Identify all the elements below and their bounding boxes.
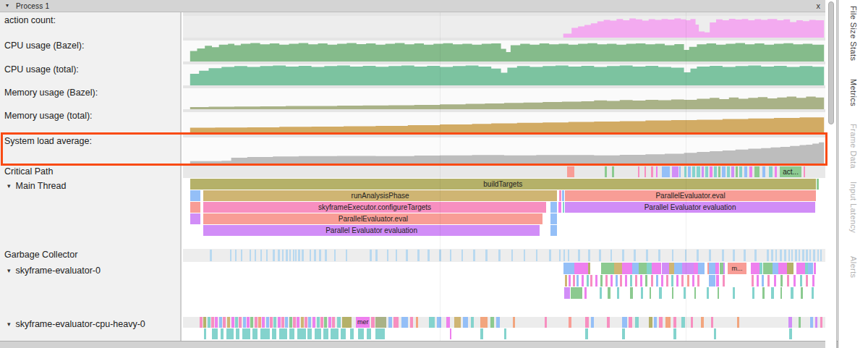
trace-event-tick[interactable] bbox=[665, 317, 671, 328]
trace-event-tick[interactable] bbox=[255, 317, 258, 328]
trace-event-tick[interactable] bbox=[616, 275, 618, 287]
trace-event-tick[interactable] bbox=[673, 328, 676, 339]
trace-event-tick[interactable] bbox=[727, 166, 730, 177]
trace-event-tick[interactable] bbox=[812, 287, 814, 299]
trace-event-tick[interactable] bbox=[674, 263, 682, 274]
tab-frame-data[interactable]: Frame Data bbox=[849, 124, 858, 169]
trace-event-tick[interactable] bbox=[788, 317, 791, 328]
tab-alerts[interactable]: Alerts bbox=[849, 256, 858, 279]
trace-event-tick[interactable] bbox=[780, 250, 782, 261]
horizontal-scrollbar[interactable] bbox=[0, 341, 838, 348]
trace-event-tick[interactable] bbox=[247, 317, 250, 328]
trace-event-tick[interactable] bbox=[705, 166, 708, 177]
trace-event-tick[interactable] bbox=[536, 250, 538, 261]
trace-event-tick[interactable] bbox=[266, 250, 268, 261]
trace-event-tick[interactable] bbox=[297, 328, 306, 339]
trace-event-tick[interactable] bbox=[320, 317, 323, 328]
trace-event-tick[interactable] bbox=[661, 275, 663, 287]
trace-event-tick[interactable] bbox=[563, 263, 574, 274]
trace-event-tick[interactable] bbox=[718, 166, 721, 177]
trace-event-tick[interactable] bbox=[681, 275, 684, 287]
trace-event-tick[interactable] bbox=[691, 317, 694, 328]
trace-event-tick[interactable] bbox=[694, 287, 697, 299]
trace-event-tick[interactable] bbox=[310, 250, 312, 261]
trace-event-tick[interactable] bbox=[817, 250, 820, 261]
trace-event-tick[interactable] bbox=[630, 275, 632, 287]
trace-event-tick[interactable] bbox=[585, 328, 588, 339]
trace-event-tick[interactable] bbox=[429, 317, 435, 328]
trace-event-tick[interactable] bbox=[733, 287, 735, 299]
trace-event-tick[interactable] bbox=[410, 317, 413, 328]
trace-event-tick[interactable] bbox=[771, 250, 773, 261]
trace-event-tick[interactable] bbox=[672, 250, 674, 261]
trace-event-tick[interactable] bbox=[230, 250, 232, 261]
trace-event-tick[interactable] bbox=[450, 250, 452, 261]
trace-event-tick[interactable] bbox=[341, 328, 346, 339]
trace-event-tick[interactable] bbox=[801, 287, 803, 299]
trace-event-tick[interactable] bbox=[591, 317, 594, 328]
trace-event-tick[interactable] bbox=[289, 328, 294, 339]
trace-event-tick[interactable] bbox=[450, 328, 452, 339]
trace-event-tick[interactable] bbox=[629, 317, 631, 328]
trace-event-tick[interactable] bbox=[658, 250, 660, 261]
trace-event-tick[interactable] bbox=[752, 287, 755, 299]
trace-event-tick[interactable] bbox=[817, 179, 819, 190]
trace-event-tick[interactable] bbox=[204, 328, 206, 339]
trace-event-tick[interactable] bbox=[622, 263, 631, 274]
trace-event-tick[interactable] bbox=[773, 263, 778, 274]
trace-event-tick[interactable] bbox=[671, 275, 673, 287]
tab-file-size-stats[interactable]: File Size Stats bbox=[849, 6, 858, 61]
trace-event-tick[interactable] bbox=[324, 317, 327, 328]
counter-row-cpu-usage-total[interactable] bbox=[183, 61, 825, 85]
trace-event-tick[interactable] bbox=[645, 275, 647, 287]
trace-event-tick[interactable] bbox=[656, 166, 658, 177]
trace-event-tick[interactable] bbox=[736, 166, 739, 177]
flame-slice[interactable]: ParallelEvaluator.eval bbox=[565, 190, 815, 201]
trace-event-tick[interactable] bbox=[235, 250, 237, 261]
trace-event-tick[interactable] bbox=[607, 317, 610, 328]
trace-event-tick[interactable] bbox=[236, 328, 239, 339]
trace-event-tick[interactable] bbox=[569, 317, 571, 328]
trace-event-tick[interactable] bbox=[669, 263, 674, 274]
trace-event-tick[interactable] bbox=[387, 250, 389, 261]
trace-event-tick[interactable] bbox=[388, 317, 391, 328]
trace-event-tick[interactable] bbox=[605, 275, 608, 287]
trace-event-tick[interactable] bbox=[617, 287, 619, 299]
trace-event-tick[interactable] bbox=[709, 250, 711, 261]
trace-event-tick[interactable] bbox=[260, 250, 263, 261]
trace-event-tick[interactable] bbox=[588, 263, 590, 274]
trace-event-tick[interactable] bbox=[332, 317, 335, 328]
trace-event-tick[interactable] bbox=[780, 287, 783, 299]
trace-event-tick[interactable] bbox=[358, 328, 365, 339]
trace-event-tick[interactable] bbox=[800, 275, 802, 287]
trace-event-tick[interactable] bbox=[582, 275, 584, 287]
trace-event-tick[interactable] bbox=[545, 317, 547, 328]
trace-event-tick[interactable] bbox=[587, 275, 589, 287]
trace-event-tick[interactable] bbox=[346, 250, 348, 261]
trace-event-tick[interactable] bbox=[227, 317, 230, 328]
trace-event-tick[interactable] bbox=[190, 190, 200, 201]
trace-event-tick[interactable] bbox=[307, 328, 311, 339]
trace-event-tick[interactable] bbox=[210, 250, 212, 261]
trace-event-tick[interactable] bbox=[666, 275, 668, 287]
trace-event-tick[interactable] bbox=[697, 250, 699, 261]
trace-event-tick[interactable] bbox=[471, 317, 474, 328]
trace-event-tick[interactable] bbox=[550, 213, 557, 224]
trace-event-tick[interactable] bbox=[350, 328, 354, 339]
flame-slice[interactable]: Parallel Evaluator evaluation bbox=[565, 202, 814, 213]
trace-event-tick[interactable] bbox=[331, 328, 339, 339]
trace-event-tick[interactable] bbox=[788, 250, 791, 261]
trace-event-tick[interactable] bbox=[808, 263, 813, 274]
trace-event-tick[interactable] bbox=[278, 250, 280, 261]
trace-event-tick[interactable] bbox=[722, 250, 724, 261]
trace-event-tick[interactable] bbox=[707, 287, 710, 299]
trace-event-tick[interactable] bbox=[739, 166, 742, 177]
trace-event-tick[interactable] bbox=[524, 250, 526, 261]
trace-event-tick[interactable] bbox=[558, 202, 561, 213]
trace-event-tick[interactable] bbox=[733, 250, 735, 261]
trace-event-tick[interactable] bbox=[590, 275, 592, 287]
trace-event-tick[interactable] bbox=[651, 166, 653, 177]
trace-event-tick[interactable] bbox=[221, 328, 224, 339]
trace-event-tick[interactable] bbox=[620, 275, 622, 287]
trace-event-tick[interactable] bbox=[203, 317, 206, 328]
